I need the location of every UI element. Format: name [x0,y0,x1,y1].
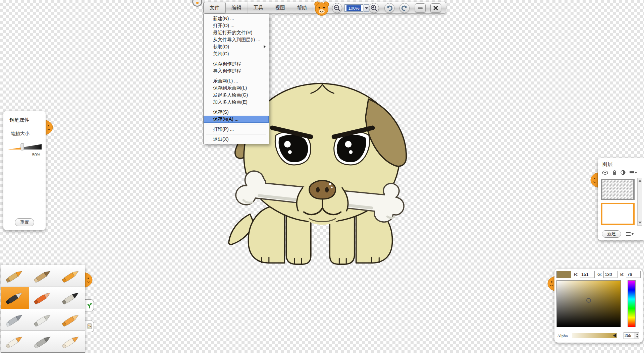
zoom-level-value: 100% [346,5,361,11]
menu-item-save-to-lehua[interactable]: 保存到乐画网(L) [204,84,269,92]
zoom-out-button[interactable] [332,3,342,13]
layers-scrollbar[interactable] [637,178,642,226]
tool-wood-pen[interactable] [29,265,57,287]
color-panel-tab[interactable] [547,276,555,291]
tool-pastel[interactable] [57,331,85,352]
menu-item-label: 退出(X) [213,136,229,142]
menu-item-label: 乐画网(L) ... [213,78,238,83]
tool-airbrush[interactable] [1,309,29,331]
menu-file[interactable]: 文件 [204,2,226,13]
pen-panel-tab[interactable] [46,120,53,135]
layer-item-2-selected[interactable] [601,203,635,225]
tool-paint-roller[interactable] [57,309,85,331]
mascot-icon[interactable] [313,0,330,16]
menu-item-open[interactable]: 打开(O) ... [204,22,269,29]
scroll-up-icon[interactable] [638,180,642,182]
zoom-dropdown-button[interactable] [364,4,369,12]
stepper-up-icon[interactable] [636,334,639,335]
marker-icon [32,290,54,306]
layer-blend-icon[interactable] [621,170,626,175]
menu-tools[interactable]: 工具 [248,2,269,13]
menu-item-join-collab[interactable]: 加入多人绘画(E) [204,99,269,106]
red-input[interactable] [580,271,595,278]
layers-panel: 图层 新建 [598,158,644,240]
menu-item-exit[interactable]: 退出(X) [204,136,269,143]
color-picker-panel: R: G: B: Alpha [554,269,643,343]
tool-quill[interactable] [29,331,57,352]
texture-stamp-button[interactable] [85,320,94,332]
menu-separator [206,134,266,134]
close-icon [433,5,438,11]
tool-paint-tube[interactable] [1,331,29,352]
tool-pencil[interactable] [1,265,29,287]
layer-lock-icon[interactable] [612,170,617,175]
menu-help[interactable]: 帮助 [291,2,313,13]
menu-item-recent-files[interactable]: 最近打开的文件(R) [204,29,269,36]
menu-item-import-process[interactable]: 导入创作过程 [204,67,269,74]
saturation-value-picker[interactable] [556,280,621,327]
logo-peek-icon [192,0,202,7]
minimize-button[interactable] [415,3,426,13]
menu-item-save-process[interactable]: 保存创作过程 [204,60,269,67]
zoom-level-input[interactable]: 100% [344,4,363,12]
menu-edit[interactable]: 编辑 [226,2,248,13]
tool-fountain-pen[interactable] [1,287,29,308]
alpha-stepper[interactable] [635,332,639,339]
layer-list-options-icon[interactable] [626,232,634,236]
brush-size-value: 50% [32,153,40,157]
menu-item-label: 发起多人绘画(G) [213,92,248,98]
menu-item-new[interactable]: 新建(N) ... [204,15,269,22]
zoom-in-button[interactable] [369,3,379,13]
layers-panel-tab[interactable] [590,172,598,188]
quill-icon [32,334,54,350]
menu-item-label: 从文件导入到图层(I) ... [213,37,260,42]
layers-panel-title: 图层 [598,158,644,168]
new-layer-button[interactable]: 新建 [602,230,621,238]
reset-button[interactable]: 重置 [15,218,34,226]
layer-visibility-icon[interactable] [602,170,608,175]
airbrush-icon [4,312,25,328]
menu-item-save-as[interactable]: 保存为(A) ... [204,116,269,123]
stepper-down-icon[interactable] [636,336,639,338]
tool-ink-brush[interactable] [57,287,85,308]
menu-item-close-file[interactable]: 关闭(C) [204,50,269,57]
tool-crayon[interactable] [57,265,85,287]
current-color-swatch [556,271,571,278]
color-pointer[interactable] [586,298,591,303]
menu-item-save[interactable]: 保存(S) [204,109,269,116]
tools-panel-tab[interactable] [85,272,93,288]
pencil-icon [4,268,25,284]
brush-size-label: 笔触大小 [3,123,46,137]
menu-item-import-to-layer[interactable]: 从文件导入到图层(I) ... [204,36,269,43]
layer-menu-icon[interactable] [629,170,637,175]
green-input[interactable] [603,271,618,278]
magnifier-plus-icon [370,4,378,12]
redo-button[interactable] [399,3,410,13]
menu-item-label: 保存到乐画网(L) [213,85,247,91]
alpha-input[interactable] [624,332,635,339]
undo-button[interactable] [384,3,394,13]
alpha-slider[interactable] [572,333,617,338]
paint-tube-icon [4,334,25,350]
plant-brush-button[interactable] [85,299,94,311]
menu-separator [206,76,266,76]
menu-view[interactable]: 视图 [269,2,291,13]
brush-size-slider[interactable] [7,143,42,151]
blue-input[interactable] [626,271,641,278]
menu-item-start-collab[interactable]: 发起多人绘画(G) [204,92,269,99]
menu-item-label: 最近打开的文件(R) [213,30,252,35]
magnifier-minus-icon [333,4,341,12]
close-button[interactable] [430,3,441,13]
tool-marker[interactable] [29,287,57,308]
layer-item-1[interactable] [601,179,635,200]
scroll-down-icon[interactable] [638,222,642,224]
menu-item-acquire[interactable]: 获取(Q) [204,43,269,50]
hue-slider[interactable] [628,280,636,327]
drawing-canvas[interactable]: 文件 编辑 工具 视图 帮助 100% [0,0,644,353]
menu-separator [206,107,266,107]
tool-palette-knife[interactable] [29,309,57,331]
menu-item-lehua-site[interactable]: 乐画网(L) ... [204,77,269,84]
alpha-pointer-icon[interactable] [613,334,616,338]
menu-item-print[interactable]: 打印(P) ... [204,126,269,133]
submenu-arrow-icon [264,45,266,48]
